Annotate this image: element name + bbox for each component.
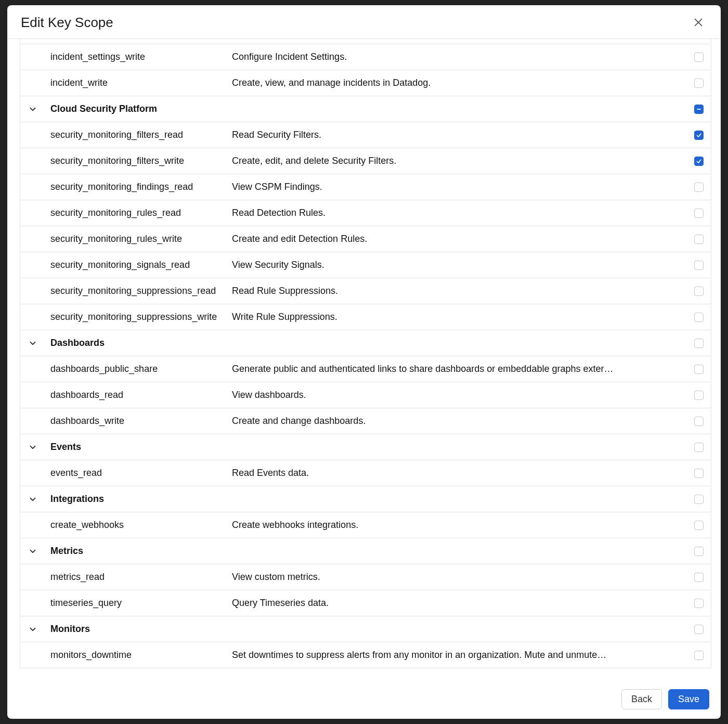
checkbox[interactable] — [694, 209, 704, 218]
close-icon — [693, 17, 704, 28]
checkbox[interactable] — [694, 287, 704, 296]
scope-group-header[interactable]: Dashboards — [20, 330, 711, 356]
checkbox[interactable] — [694, 53, 704, 62]
scope-description: Query Timeseries data. — [232, 591, 689, 615]
scope-description: Write Rule Suppressions. — [232, 305, 689, 329]
scope-description: Configure Incident Settings. — [232, 45, 689, 69]
scope-row[interactable]: dashboards_readView dashboards. — [20, 382, 711, 408]
dialog-title: Edit Key Scope — [21, 15, 113, 31]
checkbox[interactable] — [694, 417, 704, 426]
checkbox[interactable] — [694, 651, 704, 660]
scope-row[interactable]: security_monitoring_findings_readView CS… — [20, 174, 711, 200]
back-button[interactable]: Back — [621, 689, 662, 709]
scope-row[interactable]: monitors_downtimeSet downtimes to suppre… — [20, 642, 711, 668]
checkbox[interactable] — [694, 547, 704, 556]
scope-name: timeseries_query — [50, 591, 227, 615]
chevron-down-icon — [20, 339, 45, 348]
scope-name: monitors_downtime — [50, 643, 227, 667]
scope-name: dashboards_read — [50, 383, 227, 407]
scope-description: Set downtimes to suppress alerts from an… — [232, 643, 689, 667]
scope-group-name: Monitors — [50, 617, 227, 641]
dialog-body[interactable]: incident_readView incidents in Datadog.i… — [7, 39, 721, 682]
scope-row[interactable]: security_monitoring_suppressions_writeWr… — [20, 304, 711, 330]
save-button[interactable]: Save — [668, 689, 709, 709]
chevron-down-icon — [20, 495, 45, 504]
scope-group-name: Metrics — [50, 539, 227, 563]
checkbox[interactable] — [694, 625, 704, 634]
scope-name: security_monitoring_rules_write — [50, 227, 227, 251]
scope-row[interactable]: security_monitoring_rules_readRead Detec… — [20, 200, 711, 226]
scope-description: Create webhooks integrations. — [232, 513, 689, 537]
chevron-down-icon — [20, 443, 45, 452]
scope-name: incident_settings_write — [50, 45, 227, 69]
checkbox[interactable] — [694, 495, 704, 504]
scope-description: View dashboards. — [232, 383, 689, 407]
checkbox[interactable] — [694, 79, 704, 88]
scope-name: incident_read — [50, 39, 227, 43]
scope-group-header[interactable]: Metrics — [20, 538, 711, 564]
scope-group-header[interactable]: Cloud Security Platform — [20, 96, 711, 122]
checkbox[interactable] — [694, 261, 704, 270]
checkbox[interactable] — [694, 105, 704, 114]
scope-group-name: Integrations — [50, 487, 227, 511]
scope-description: Read Security Filters. — [232, 123, 689, 147]
chevron-down-icon — [20, 105, 45, 114]
scope-name: metrics_read — [50, 565, 227, 589]
checkbox[interactable] — [694, 599, 704, 608]
chevron-down-icon — [20, 625, 45, 634]
scope-description: Read Events data. — [232, 461, 689, 485]
scope-table: incident_readView incidents in Datadog.i… — [20, 39, 711, 668]
checkbox[interactable] — [694, 339, 704, 348]
scope-name: security_monitoring_filters_read — [50, 123, 227, 147]
scope-row[interactable]: security_monitoring_filters_readRead Sec… — [20, 122, 711, 148]
scope-row[interactable]: create_webhooksCreate webhooks integrati… — [20, 512, 711, 538]
checkbox[interactable] — [694, 443, 704, 452]
scope-group-name: Cloud Security Platform — [50, 97, 227, 121]
checkbox[interactable] — [694, 183, 704, 192]
scope-description: Create and edit Detection Rules. — [232, 227, 689, 251]
checkbox[interactable] — [694, 235, 704, 244]
scope-name: incident_write — [50, 71, 227, 95]
scope-group-header[interactable]: Integrations — [20, 486, 711, 512]
scope-description: View CSPM Findings. — [232, 175, 689, 199]
scope-row[interactable]: metrics_readView custom metrics. — [20, 564, 711, 590]
scope-description: Create, edit, and delete Security Filter… — [232, 149, 689, 173]
scope-name: events_read — [50, 461, 227, 485]
scope-group-header[interactable]: Monitors — [20, 616, 711, 642]
scope-row[interactable]: incident_readView incidents in Datadog. — [20, 39, 711, 44]
chevron-down-icon — [20, 547, 45, 556]
scope-description: Generate public and authenticated links … — [232, 357, 689, 381]
scope-name: security_monitoring_rules_read — [50, 201, 227, 225]
checkbox[interactable] — [694, 313, 704, 322]
scope-group-header[interactable]: Events — [20, 434, 711, 460]
checkbox[interactable] — [694, 157, 704, 166]
scope-row[interactable]: incident_settings_writeConfigure Inciden… — [20, 44, 711, 70]
scope-row[interactable]: security_monitoring_rules_writeCreate an… — [20, 226, 711, 252]
checkbox[interactable] — [694, 469, 704, 478]
scope-row[interactable]: events_readRead Events data. — [20, 460, 711, 486]
checkbox[interactable] — [694, 521, 704, 530]
scope-row[interactable]: incident_writeCreate, view, and manage i… — [20, 70, 711, 96]
checkbox[interactable] — [694, 365, 704, 374]
scope-row[interactable]: timeseries_queryQuery Timeseries data. — [20, 590, 711, 616]
scope-row[interactable]: security_monitoring_filters_writeCreate,… — [20, 148, 711, 174]
checkbox[interactable] — [694, 131, 704, 140]
dialog-header: Edit Key Scope — [7, 5, 721, 39]
checkbox[interactable] — [694, 573, 704, 582]
scope-name: security_monitoring_suppressions_read — [50, 279, 227, 303]
scope-description: Read Rule Suppressions. — [232, 279, 689, 303]
scope-row[interactable]: dashboards_public_shareGenerate public a… — [20, 356, 711, 382]
scope-description: View incidents in Datadog. — [232, 39, 689, 43]
checkbox[interactable] — [694, 391, 704, 400]
scope-row[interactable]: security_monitoring_signals_readView Sec… — [20, 252, 711, 278]
dialog-footer: Back Save — [7, 682, 721, 719]
scope-description: Create, view, and manage incidents in Da… — [232, 71, 689, 95]
edit-key-scope-dialog: Edit Key Scope incident_readView inciden… — [7, 5, 721, 719]
close-button[interactable] — [690, 14, 707, 31]
scope-name: dashboards_write — [50, 409, 227, 433]
scope-row[interactable]: security_monitoring_suppressions_readRea… — [20, 278, 711, 304]
scope-name: create_webhooks — [50, 513, 227, 537]
scope-description: Read Detection Rules. — [232, 201, 689, 225]
scope-name: dashboards_public_share — [50, 357, 227, 381]
scope-row[interactable]: dashboards_writeCreate and change dashbo… — [20, 408, 711, 434]
